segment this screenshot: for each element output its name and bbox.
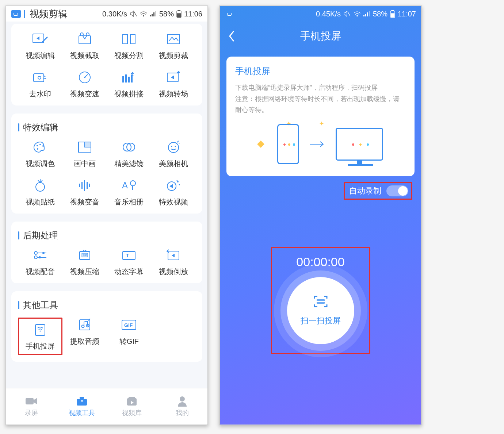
dub-icon bbox=[32, 248, 49, 262]
tool-sticker[interactable]: 视频贴纸 bbox=[18, 178, 62, 207]
tool-pip[interactable]: 画中画 bbox=[62, 140, 107, 169]
svg-rect-20 bbox=[122, 76, 124, 82]
tool-fx[interactable]: 特效视频 bbox=[151, 178, 196, 207]
gif-icon: GIF bbox=[121, 318, 137, 332]
reverse-icon bbox=[165, 248, 182, 262]
tool-label: 美颜相机 bbox=[159, 159, 188, 169]
tool-video-edit[interactable]: 视频编辑 bbox=[18, 32, 62, 61]
svg-rect-23 bbox=[131, 75, 133, 82]
tool-album[interactable]: A音乐相册 bbox=[107, 178, 152, 207]
app-notification-icon bbox=[225, 10, 234, 18]
nav-library[interactable]: 视频库 bbox=[107, 388, 157, 425]
card-desc-1: 下载电脑端“迅捷录屏大师”，启动程序，扫码投屏 bbox=[235, 82, 406, 93]
section-0: 视频编辑视频截取视频分割视频剪裁去水印视频变速视频拼接视频转场 bbox=[11, 24, 202, 105]
svg-line-0 bbox=[134, 12, 137, 16]
palette-icon bbox=[32, 140, 49, 154]
tool-voice[interactable]: 视频变音 bbox=[62, 178, 107, 207]
svg-point-49 bbox=[34, 256, 37, 259]
svg-rect-82 bbox=[392, 10, 394, 11]
tool-dub[interactable]: 视频配音 bbox=[18, 248, 62, 277]
pip-icon bbox=[76, 140, 93, 154]
svg-rect-4 bbox=[153, 12, 154, 16]
svg-rect-83 bbox=[391, 14, 394, 17]
auto-record-label: 自动录制 bbox=[349, 185, 381, 196]
svg-point-74 bbox=[180, 396, 185, 402]
tool-filter[interactable]: 精美滤镜 bbox=[107, 140, 152, 169]
tool-label: 视频转场 bbox=[159, 89, 188, 99]
battery-icon bbox=[390, 10, 396, 18]
nav-toolbox[interactable]: 视频工具 bbox=[57, 388, 107, 425]
tool-transition[interactable]: 视频转场 bbox=[151, 70, 196, 99]
tool-label: 手机投屏 bbox=[26, 341, 55, 351]
tool-extract[interactable]: 提取音频 bbox=[62, 318, 107, 355]
video-cut-icon bbox=[76, 32, 93, 46]
card-illustration: ✦ ✦ bbox=[235, 119, 406, 170]
tool-speed[interactable]: 视频变速 bbox=[62, 70, 107, 99]
tool-label: 动态字幕 bbox=[114, 267, 144, 277]
tool-label: 特效视频 bbox=[159, 197, 188, 207]
battery-pct: 58% bbox=[373, 10, 387, 18]
svg-rect-2 bbox=[150, 15, 151, 16]
video-split-icon bbox=[121, 32, 137, 46]
signal-icon bbox=[363, 11, 371, 17]
tool-label: 精美滤镜 bbox=[114, 159, 144, 169]
svg-rect-21 bbox=[125, 74, 127, 82]
nav-record[interactable]: 录屏 bbox=[6, 388, 57, 425]
status-bar-left: 视频剪辑 0.30K/s 58% 11:06 bbox=[6, 6, 207, 22]
svg-point-17 bbox=[38, 76, 41, 79]
voice-icon bbox=[76, 178, 93, 193]
section-1: 特效编辑视频调色画中画精美滤镜美颜相机视频贴纸视频变音A音乐相册特效视频 bbox=[11, 114, 202, 214]
svg-rect-8 bbox=[177, 14, 180, 17]
svg-text:GIF: GIF bbox=[124, 322, 133, 328]
tool-subtitle[interactable]: T动态字幕 bbox=[107, 248, 152, 277]
svg-rect-80 bbox=[369, 11, 370, 16]
tool-palette[interactable]: 视频调色 bbox=[18, 140, 62, 169]
tool-merge[interactable]: 视频拼接 bbox=[107, 70, 152, 99]
app-notification-icon bbox=[11, 10, 21, 18]
tool-video-crop[interactable]: 视频剪裁 bbox=[151, 32, 196, 61]
tool-reverse[interactable]: 视频倒放 bbox=[151, 248, 196, 277]
svg-point-28 bbox=[37, 148, 38, 150]
extract-icon bbox=[76, 318, 93, 332]
back-button[interactable] bbox=[228, 30, 236, 43]
battery-pct: 58% bbox=[159, 10, 174, 18]
auto-record-switch[interactable] bbox=[386, 185, 408, 196]
nav-me[interactable]: 我的 bbox=[157, 388, 207, 425]
tool-label: 去水印 bbox=[29, 89, 51, 99]
album-icon: A bbox=[121, 178, 137, 193]
section-title: 其他工具 bbox=[18, 299, 196, 311]
section-3: 其他工具手机投屏提取音频GIF转GIF bbox=[11, 291, 202, 362]
svg-rect-79 bbox=[367, 12, 368, 16]
svg-point-27 bbox=[42, 145, 44, 147]
page-header: 手机投屏 bbox=[220, 22, 421, 51]
tool-watermark[interactable]: 去水印 bbox=[18, 70, 62, 99]
svg-point-1 bbox=[143, 15, 144, 16]
watermark-icon bbox=[32, 70, 49, 85]
tool-label: 视频分割 bbox=[114, 51, 144, 61]
tool-gif[interactable]: GIF转GIF bbox=[107, 318, 152, 355]
tool-label: 视频倒放 bbox=[159, 267, 188, 277]
svg-line-75 bbox=[348, 12, 350, 16]
phone-right: 0.45K/s 58% 11:07 手机投 bbox=[219, 5, 422, 425]
card-desc-2: 注意：根据网络环境等待时长不同，若出现加载缓慢，请耐心等待。 bbox=[235, 93, 406, 116]
tool-cast[interactable]: 手机投屏 bbox=[22, 322, 58, 351]
highlight-cast-tool: 手机投屏 bbox=[18, 318, 62, 355]
clock: 11:07 bbox=[398, 10, 416, 18]
nav-label: 视频库 bbox=[122, 408, 142, 417]
fx-icon bbox=[165, 178, 182, 193]
scan-cast-button[interactable]: 扫一扫投屏 bbox=[287, 277, 354, 344]
transition-icon bbox=[165, 70, 182, 85]
tool-label: 提取音频 bbox=[70, 337, 99, 346]
tool-label: 视频变音 bbox=[70, 197, 99, 207]
record-timer: 00:00:00 bbox=[296, 255, 344, 269]
tool-zip[interactable]: ZIP视频压缩 bbox=[62, 248, 107, 277]
tool-video-cut[interactable]: 视频截取 bbox=[62, 32, 107, 61]
svg-rect-38 bbox=[81, 182, 83, 189]
tool-beauty[interactable]: 美颜相机 bbox=[151, 140, 196, 169]
svg-rect-37 bbox=[79, 184, 80, 187]
svg-rect-68 bbox=[26, 398, 34, 404]
svg-point-34 bbox=[171, 146, 172, 147]
tool-video-split[interactable]: 视频分割 bbox=[107, 32, 152, 61]
svg-rect-61 bbox=[35, 324, 45, 335]
nav-label: 我的 bbox=[176, 408, 189, 417]
